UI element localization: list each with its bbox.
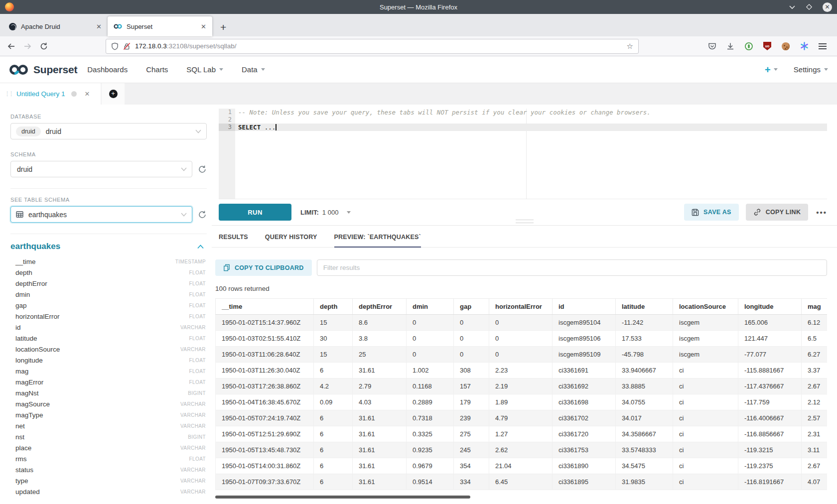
column-header[interactable]: mag [802, 299, 827, 314]
copy-link-button[interactable]: COPY LINK [746, 204, 809, 221]
column-header[interactable]: depthError [353, 299, 407, 314]
refresh-tables-icon[interactable] [198, 210, 207, 219]
schema-column-row[interactable]: magErrorFLOAT [10, 377, 207, 387]
column-name: magType [15, 411, 43, 419]
schema-column-row[interactable]: depthFLOAT [10, 267, 207, 278]
nav-item-sql-lab[interactable]: SQL Lab [186, 65, 223, 74]
new-tab-icon[interactable]: + [220, 22, 226, 32]
url-bar[interactable]: 172.18.0.3:32108/superset/sqllab/ ☆ [106, 39, 639, 54]
schema-column-row[interactable]: magTypeVARCHAR [10, 409, 207, 420]
schema-column-row[interactable]: locationSourceVARCHAR [10, 344, 207, 355]
minimize-icon[interactable] [789, 4, 796, 9]
schema-column-row[interactable]: netVARCHAR [10, 420, 207, 431]
collapse-chevron-up-icon[interactable] [197, 245, 204, 249]
query-tab-untitled-1[interactable]: ⋮⋮ Untitled Query 1 ✕ [0, 83, 101, 105]
nav-item-dashboards[interactable]: Dashboards [87, 65, 128, 74]
database-value: druid [46, 127, 61, 135]
browser-tab-apache-druid[interactable]: Apache Druid ✕ [3, 16, 108, 36]
tab-close-icon[interactable]: ✕ [201, 23, 206, 30]
insecure-lock-icon[interactable] [123, 42, 131, 50]
drag-handle-icon[interactable]: ⋮⋮ [4, 91, 12, 97]
schema-column-row[interactable]: latitudeFLOAT [10, 333, 207, 344]
schema-column-row[interactable]: rmsFLOAT [10, 453, 207, 464]
schema-column-row[interactable]: horizontalErrorFLOAT [10, 311, 207, 322]
privacy-badger-icon[interactable] [744, 42, 753, 51]
query-tab-close-icon[interactable]: ✕ [85, 90, 90, 98]
scrollbar-thumb[interactable] [215, 496, 470, 499]
browser-tab-superset[interactable]: Superset ✕ [108, 16, 212, 36]
schema-column-row[interactable]: gapFLOAT [10, 300, 207, 311]
tab-preview-earthquakes[interactable]: PREVIEW: `EARTHQUAKES` [334, 234, 421, 247]
table-cell: 1950-01-05T13:45:48.730Z [216, 442, 314, 458]
pane-splitter[interactable] [212, 225, 837, 226]
table-schema-select[interactable]: earthquakes [10, 206, 192, 223]
schema-column-row[interactable]: magSourceVARCHAR [10, 398, 207, 409]
column-header[interactable]: locationSource [673, 299, 738, 314]
settings-menu[interactable]: Settings [794, 65, 828, 74]
close-icon[interactable]: ✕ [823, 2, 832, 12]
nav-item-data[interactable]: Data [242, 65, 265, 74]
new-item-button[interactable]: + [765, 65, 778, 75]
shield-icon[interactable] [111, 42, 119, 50]
nav-item-charts[interactable]: Charts [146, 65, 168, 74]
table-cell: ci [673, 442, 738, 458]
schema-column-row[interactable]: statusVARCHAR [10, 464, 207, 475]
extension-asterisk-icon[interactable] [800, 42, 809, 51]
column-header[interactable]: dmin [407, 299, 454, 314]
schema-column-row[interactable]: depthErrorFLOAT [10, 278, 207, 289]
pocket-icon[interactable] [707, 42, 716, 51]
more-actions-icon[interactable]: ••• [816, 208, 827, 217]
schema-column-row[interactable]: updatedVARCHAR [10, 486, 207, 497]
column-header[interactable]: gap [454, 299, 489, 314]
column-header[interactable]: __time [216, 299, 314, 314]
column-name: __time [15, 258, 36, 265]
add-query-tab-button[interactable]: + [102, 83, 125, 105]
copy-to-clipboard-button[interactable]: COPY TO CLIPBOARD [215, 259, 312, 276]
column-header[interactable]: horizontalError [489, 299, 553, 314]
table-name-heading[interactable]: earthquakes [10, 242, 60, 252]
limit-dropdown[interactable]: LIMIT: 1 000 [300, 209, 351, 216]
menu-icon[interactable] [818, 42, 827, 51]
filter-results-input[interactable] [317, 259, 827, 276]
bookmark-star-icon[interactable]: ☆ [627, 42, 633, 51]
schema-column-row[interactable]: longitudeFLOAT [10, 355, 207, 366]
save-as-button[interactable]: SAVE AS [684, 204, 739, 221]
column-header[interactable]: longitude [738, 299, 802, 314]
table-cell: 2.67 [802, 378, 827, 394]
column-name: magSource [15, 400, 50, 408]
schema-column-row[interactable]: magNstBIGINT [10, 387, 207, 398]
column-header[interactable]: latitude [616, 299, 673, 314]
tab-results[interactable]: RESULTS [219, 234, 248, 247]
column-header[interactable]: id [553, 299, 616, 314]
schema-column-row[interactable]: nstBIGINT [10, 431, 207, 442]
maximize-icon[interactable] [806, 3, 813, 10]
column-type: FLOAT [189, 303, 206, 308]
sql-editor[interactable]: 1 -- Note: Unless you save your query, t… [219, 109, 827, 199]
database-select[interactable]: druid druid [10, 123, 207, 139]
schema-column-row[interactable]: placeVARCHAR [10, 442, 207, 453]
tab-close-icon[interactable]: ✕ [96, 23, 102, 30]
schema-column-row[interactable]: magFLOAT [10, 366, 207, 377]
active-editor-line: 3 SELECT ... [219, 124, 827, 131]
refresh-schemas-icon[interactable] [198, 165, 207, 174]
superset-logo[interactable]: Superset [9, 63, 77, 76]
cookie-icon[interactable] [781, 42, 790, 51]
download-icon[interactable] [726, 42, 735, 51]
forward-icon[interactable] [23, 42, 32, 50]
back-icon[interactable] [7, 42, 15, 50]
schema-column-row[interactable]: __timeTIMESTAMP [10, 256, 207, 267]
table-row: 1950-01-05T12:51:29.690Z631.610.33252751… [215, 426, 827, 442]
ublock-origin-icon[interactable]: uo [763, 42, 772, 51]
schema-column-row[interactable]: idVARCHAR [10, 322, 207, 333]
splitter-handle-icon[interactable] [516, 220, 534, 223]
table-cell: 6.12 [802, 315, 827, 330]
query-status-dot [71, 91, 77, 97]
schema-column-row[interactable]: dminFLOAT [10, 289, 207, 300]
horizontal-scrollbar[interactable] [215, 496, 827, 499]
run-button[interactable]: RUN [219, 204, 291, 221]
schema-column-row[interactable]: typeVARCHAR [10, 475, 207, 486]
column-header[interactable]: depth [314, 299, 353, 314]
tab-query-history[interactable]: QUERY HISTORY [265, 234, 317, 247]
reload-icon[interactable] [40, 42, 48, 50]
schema-select[interactable]: druid [10, 161, 192, 177]
